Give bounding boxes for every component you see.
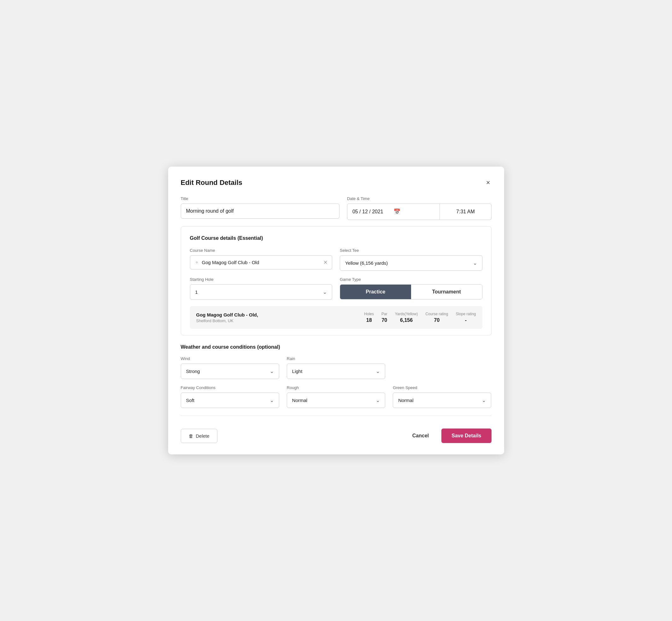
holes-value: 18 — [366, 318, 372, 323]
title-datetime-row: Title Date & Time 05 / 12 / 2021 📅 7:31 … — [181, 196, 492, 220]
course-rating-label: Course rating — [425, 312, 448, 316]
rain-group: Rain Light ⌄ — [287, 356, 385, 379]
yards-label: Yards(Yellow) — [395, 312, 418, 316]
course-name-input[interactable]: ⚬ ✕ — [190, 255, 333, 270]
footer-right: Cancel Save Details — [407, 428, 492, 443]
wind-group: Wind Strong ⌄ — [181, 356, 279, 379]
date-time-inputs: 05 / 12 / 2021 📅 7:31 AM — [347, 204, 492, 220]
slope-rating-value: - — [465, 318, 467, 323]
footer-row: 🗑 Delete Cancel Save Details — [181, 423, 492, 443]
select-tee-dropdown[interactable]: Yellow (6,156 yards) ⌄ — [340, 255, 482, 271]
calendar-icon: 📅 — [393, 208, 434, 215]
starting-hole-dropdown[interactable]: 1 ⌄ — [190, 284, 333, 300]
tournament-button[interactable]: Tournament — [411, 285, 482, 299]
chevron-down-icon-wind: ⌄ — [270, 368, 274, 374]
fairway-group: Fairway Conditions Soft ⌄ — [181, 385, 279, 408]
fairway-value: Soft — [186, 398, 270, 403]
select-tee-label: Select Tee — [340, 248, 482, 253]
close-button[interactable]: × — [485, 178, 492, 188]
game-type-group: Game Type Practice Tournament — [340, 277, 482, 300]
rough-value: Normal — [292, 398, 376, 403]
chevron-down-icon: ⌄ — [473, 260, 477, 266]
yards-stat: Yards(Yellow) 6,156 — [395, 312, 418, 323]
chevron-down-icon-2: ⌄ — [323, 289, 327, 295]
rough-group: Rough Normal ⌄ — [287, 385, 385, 408]
holes-stat: Holes 18 — [364, 312, 374, 323]
title-group: Title — [181, 196, 339, 220]
course-rating-stat: Course rating 70 — [425, 312, 448, 323]
save-button[interactable]: Save Details — [442, 428, 491, 443]
date-input[interactable]: 05 / 12 / 2021 📅 — [347, 204, 440, 220]
course-info-name-block: Gog Magog Golf Club - Old, Shelford Bott… — [196, 312, 357, 323]
time-value: 7:31 AM — [456, 209, 475, 215]
time-input[interactable]: 7:31 AM — [440, 204, 491, 220]
rain-value: Light — [292, 369, 376, 374]
par-value: 70 — [381, 318, 387, 323]
course-name-text-input[interactable] — [202, 260, 324, 265]
date-value: 05 / 12 / 2021 — [352, 209, 393, 215]
edit-round-modal: Edit Round Details × Title Date & Time 0… — [168, 167, 504, 454]
fairway-dropdown[interactable]: Soft ⌄ — [181, 392, 279, 408]
chevron-down-icon-rain: ⌄ — [376, 368, 380, 374]
footer-divider — [181, 416, 492, 416]
golf-course-title: Golf Course details (Essential) — [190, 236, 482, 241]
green-speed-label: Green Speed — [393, 385, 491, 390]
rough-label: Rough — [287, 385, 385, 390]
rain-dropdown[interactable]: Light ⌄ — [287, 364, 385, 379]
course-tee-row: Course Name ⚬ ✕ Select Tee Yellow (6,156… — [190, 248, 482, 271]
trash-icon: 🗑 — [189, 433, 194, 439]
hole-gametype-row: Starting Hole 1 ⌄ Game Type Practice Tou… — [190, 277, 482, 300]
holes-label: Holes — [364, 312, 374, 316]
fairway-label: Fairway Conditions — [181, 385, 279, 390]
course-name-group: Course Name ⚬ ✕ — [190, 248, 333, 271]
modal-header: Edit Round Details × — [181, 178, 492, 188]
game-type-label: Game Type — [340, 277, 482, 282]
datetime-group: Date & Time 05 / 12 / 2021 📅 7:31 AM — [347, 196, 492, 220]
delete-button[interactable]: 🗑 Delete — [181, 429, 217, 443]
wind-label: Wind — [181, 356, 279, 361]
chevron-down-icon-green: ⌄ — [482, 397, 486, 403]
starting-hole-group: Starting Hole 1 ⌄ — [190, 277, 333, 300]
golf-course-section: Golf Course details (Essential) Course N… — [181, 226, 492, 335]
starting-hole-label: Starting Hole — [190, 277, 333, 282]
starting-hole-value: 1 — [195, 289, 323, 295]
course-info-row: Gog Magog Golf Club - Old, Shelford Bott… — [190, 306, 482, 329]
course-rating-value: 70 — [434, 318, 440, 323]
clear-icon[interactable]: ✕ — [323, 259, 328, 265]
cancel-button[interactable]: Cancel — [407, 430, 434, 442]
game-type-toggle: Practice Tournament — [340, 284, 482, 299]
title-input[interactable] — [181, 204, 339, 219]
chevron-down-icon-rough: ⌄ — [376, 397, 380, 403]
select-tee-group: Select Tee Yellow (6,156 yards) ⌄ — [340, 248, 482, 271]
delete-label: Delete — [196, 433, 209, 439]
fairway-rough-green-row: Fairway Conditions Soft ⌄ Rough Normal ⌄… — [181, 385, 492, 408]
select-tee-value: Yellow (6,156 yards) — [345, 260, 473, 266]
practice-button[interactable]: Practice — [340, 285, 411, 299]
par-label: Par — [381, 312, 387, 316]
conditions-title: Weather and course conditions (optional) — [181, 344, 492, 350]
modal-title: Edit Round Details — [181, 178, 243, 187]
green-speed-value: Normal — [398, 398, 482, 403]
slope-rating-label: Slope rating — [456, 312, 476, 316]
course-info-location: Shelford Bottom, UK — [196, 318, 357, 323]
course-info-name: Gog Magog Golf Club - Old, — [196, 312, 357, 318]
course-name-label: Course Name — [190, 248, 333, 253]
wind-value: Strong — [186, 369, 270, 374]
green-speed-dropdown[interactable]: Normal ⌄ — [393, 392, 491, 408]
chevron-down-icon-fairway: ⌄ — [270, 397, 274, 403]
wind-dropdown[interactable]: Strong ⌄ — [181, 364, 279, 379]
conditions-section: Weather and course conditions (optional)… — [181, 344, 492, 408]
title-label: Title — [181, 196, 339, 201]
yards-value: 6,156 — [400, 318, 413, 323]
datetime-label: Date & Time — [347, 196, 492, 201]
par-stat: Par 70 — [381, 312, 387, 323]
search-icon: ⚬ — [195, 259, 199, 265]
rain-label: Rain — [287, 356, 385, 361]
wind-rain-row: Wind Strong ⌄ Rain Light ⌄ — [181, 356, 492, 379]
slope-rating-stat: Slope rating - — [456, 312, 476, 323]
green-speed-group: Green Speed Normal ⌄ — [393, 385, 491, 408]
rough-dropdown[interactable]: Normal ⌄ — [287, 392, 385, 408]
